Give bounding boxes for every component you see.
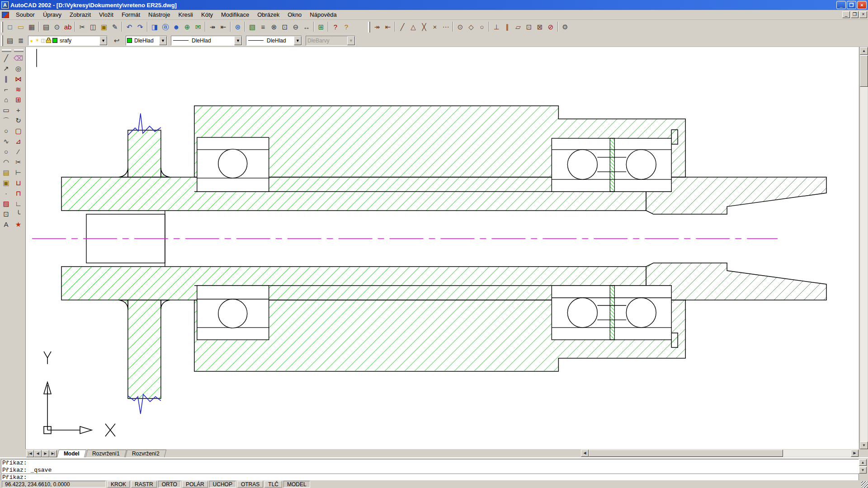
color-combo[interactable]: DleHlad ▼ xyxy=(126,36,167,46)
snap-center-button[interactable]: ⊙ xyxy=(455,22,466,33)
dbconnect-button[interactable]: ⊞ xyxy=(316,22,326,33)
restore-button[interactable]: ❐ xyxy=(847,1,856,9)
snap-parallel-button[interactable]: ∥ xyxy=(502,22,513,33)
lengthen-button[interactable]: ∕ xyxy=(13,146,24,157)
menu-item[interactable]: Kóty xyxy=(197,10,217,19)
offset-button[interactable]: ≋ xyxy=(13,84,24,94)
move-button[interactable]: + xyxy=(13,105,24,115)
designcenter-button[interactable]: ▧ xyxy=(247,22,258,33)
status-toggle-button[interactable]: POLÁR xyxy=(182,481,208,488)
command-scroll-up-button[interactable]: ▲ xyxy=(859,459,867,466)
chamfer-button[interactable]: ∟ xyxy=(13,198,24,209)
pan-realtime-button[interactable]: ↔ xyxy=(301,22,312,33)
layer-on-bulb-icon[interactable]: ● xyxy=(28,38,34,43)
layer-viewport-freeze-icon[interactable]: ◫ xyxy=(40,38,46,43)
region-button[interactable]: ⊡ xyxy=(0,209,12,219)
array-button[interactable]: ⊞ xyxy=(13,94,24,105)
status-toggle-button[interactable]: OTRAS xyxy=(237,481,263,488)
break-button[interactable]: ⊓ xyxy=(13,188,24,198)
snap-perpendicular-button[interactable]: ⊥ xyxy=(491,22,502,33)
linetype-combo-arrow[interactable]: ▼ xyxy=(234,36,242,45)
menu-item[interactable]: Nástroje xyxy=(144,10,174,19)
polygon-button[interactable]: ⌂ xyxy=(0,94,12,105)
menu-item[interactable]: Modifikace xyxy=(217,10,253,19)
multiline-text-button[interactable]: A xyxy=(0,219,12,230)
vertical-scrollbar[interactable]: ▲ ▼ xyxy=(859,47,868,449)
snap-extension-button[interactable]: ⋯ xyxy=(440,22,451,33)
line-button[interactable]: ╱ xyxy=(0,53,12,63)
zoom-previous-button[interactable]: ⊖ xyxy=(290,22,301,33)
menu-item[interactable]: Formát xyxy=(118,10,144,19)
coordinate-readout[interactable]: 96.4223, 234.6610, 0.0000 xyxy=(2,481,106,488)
drawing-canvas[interactable] xyxy=(25,47,859,449)
snap-quadrant-button[interactable]: ◇ xyxy=(466,22,476,33)
draw-toolbar-drag-handle[interactable] xyxy=(2,49,11,52)
layout-tab[interactable]: Rozvržení2 xyxy=(125,450,166,457)
command-prompt[interactable]: Příkaz: xyxy=(1,474,859,481)
menu-item[interactable]: Nápověda xyxy=(306,10,340,19)
snap-apparent-intersection-button[interactable]: × xyxy=(429,22,440,33)
arc-button[interactable]: ⌒ xyxy=(0,115,12,126)
layout-tab[interactable]: Model xyxy=(57,450,86,457)
layers-dialog-button[interactable]: ≣ xyxy=(15,35,26,46)
osnap-toolbar-drag-handle[interactable] xyxy=(368,22,370,33)
command-history[interactable]: Příkaz:Příkaz: _qsave xyxy=(1,459,859,474)
scroll-left-button[interactable]: ◀ xyxy=(581,450,589,457)
osnap-settings-button[interactable]: ⚙ xyxy=(560,22,571,33)
minimize-button[interactable]: _ xyxy=(836,1,846,9)
command-scroll-down-button[interactable]: ▼ xyxy=(859,467,867,474)
tab-nav-button[interactable]: |◀ xyxy=(26,450,34,457)
snap-midpoint-button[interactable]: △ xyxy=(408,22,419,33)
command-scrollbar[interactable]: ▲ ▼ xyxy=(859,459,867,474)
menu-item[interactable]: Okno xyxy=(283,10,306,19)
etransmit-button[interactable]: ✉ xyxy=(193,22,203,33)
temporary-tracking-button[interactable]: ↠ xyxy=(207,22,218,33)
polyline-button[interactable]: ⌐ xyxy=(0,84,12,94)
active-assistance-button[interactable]: ? xyxy=(341,22,352,33)
tab-nav-button[interactable]: ▶| xyxy=(49,450,57,457)
zoom-realtime-button[interactable]: ⊗ xyxy=(269,22,279,33)
scroll-right-button[interactable]: ▶ xyxy=(851,450,859,457)
construction-line-button[interactable]: ↗ xyxy=(0,63,12,74)
help-button[interactable]: ? xyxy=(330,22,341,33)
spline-button[interactable]: ∿ xyxy=(0,136,12,146)
menu-item[interactable]: Zobrazit xyxy=(66,10,95,19)
insert-block-button[interactable]: ▤ xyxy=(0,167,12,178)
doc-restore-button[interactable]: ❐ xyxy=(851,11,859,18)
snap-node-button[interactable]: ⊡ xyxy=(524,22,534,33)
snap-tangent-button[interactable]: ○ xyxy=(476,22,487,33)
snap-insert-button[interactable]: ▱ xyxy=(513,22,524,33)
snap-nearest-button[interactable]: ⊠ xyxy=(534,22,545,33)
copy-object-button[interactable]: ◎ xyxy=(13,63,24,74)
match-properties-button[interactable]: ✎ xyxy=(109,22,120,33)
make-layer-current-button[interactable]: ▤ xyxy=(5,35,15,46)
status-toggle-button[interactable]: TLČ xyxy=(264,481,282,488)
close-button[interactable]: × xyxy=(857,1,867,9)
scale-button[interactable]: ▢ xyxy=(13,126,24,136)
snap-none-button[interactable]: ⊘ xyxy=(545,22,556,33)
status-toggle-button[interactable]: ORTO xyxy=(158,481,181,488)
status-toggle-button[interactable]: UCHOP xyxy=(209,481,236,488)
vertical-scroll-thumb[interactable] xyxy=(860,55,868,87)
tab-nav-button[interactable]: ◀ xyxy=(34,450,42,457)
doc-minimize-button[interactable]: _ xyxy=(842,11,850,18)
menu-item[interactable]: Soubor xyxy=(12,10,39,19)
menu-item[interactable]: Úpravy xyxy=(39,10,66,19)
menu-item[interactable]: Kresli xyxy=(174,10,197,19)
menu-item[interactable]: Vložit xyxy=(95,10,118,19)
toolbar-drag-handle[interactable] xyxy=(1,22,3,33)
rectangle-button[interactable]: ▭ xyxy=(0,105,12,115)
plot-preview-button[interactable]: ⊙ xyxy=(52,22,62,33)
color-combo-arrow[interactable]: ▼ xyxy=(159,36,167,45)
redo-button[interactable]: ↷ xyxy=(135,22,146,33)
open-button[interactable]: ▭ xyxy=(15,22,26,33)
break-at-point-button[interactable]: ⊔ xyxy=(13,178,24,188)
lineweight-combo[interactable]: DleHlad ▼ xyxy=(246,36,302,46)
spelling-button[interactable]: ab xyxy=(62,22,73,33)
ellipse-button[interactable]: ○ xyxy=(0,146,12,157)
cut-button[interactable]: ✂ xyxy=(77,22,88,33)
fillet-button[interactable]: ╰ xyxy=(13,209,24,219)
new-button[interactable]: □ xyxy=(5,22,15,33)
tab-nav-button[interactable]: ▶ xyxy=(42,450,49,457)
doc-close-button[interactable]: × xyxy=(859,11,867,18)
